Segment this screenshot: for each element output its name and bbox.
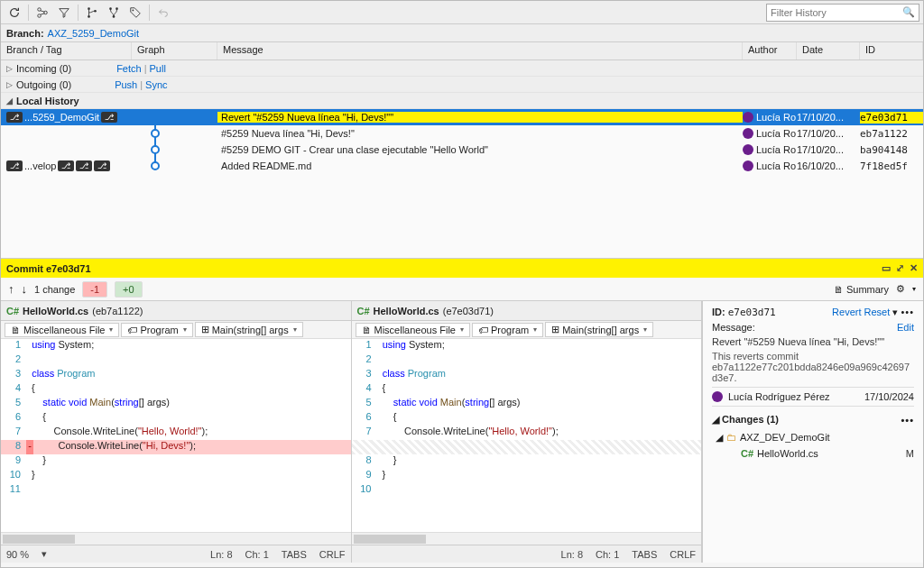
col-author[interactable]: Author (743, 42, 797, 60)
status-right: Ln: 8 Ch: 1 TABS CRLF (352, 545, 702, 563)
svg-point-9 (133, 9, 134, 11)
removed-count: -1 (82, 281, 107, 298)
avatar (712, 391, 723, 402)
push-link[interactable]: Push (115, 79, 137, 90)
detail-message: Revert "#5259 Nueva línea "Hi, Devs!"" (712, 336, 914, 347)
tag-icon[interactable] (125, 3, 145, 23)
expand-icon[interactable]: ▷ (6, 80, 13, 89)
incoming-section[interactable]: ▷ Incoming (0) Fetch | Pull (1, 60, 923, 77)
collapse-icon[interactable]: ◢ (6, 96, 13, 105)
crumb-method[interactable]: ⊞Main(string[] args▾ (545, 322, 653, 337)
message-label: Message: (712, 322, 755, 333)
filter-icon[interactable] (54, 3, 74, 23)
pull-link[interactable]: Pull (150, 63, 166, 74)
crumb-project[interactable]: 🗎Miscellaneous File▾ (356, 323, 470, 337)
col-graph[interactable]: Graph (132, 42, 217, 60)
changes-tree: ◢ 🗀 AXZ_DEV_DemoGit C# HelloWorld.cs M (712, 429, 914, 462)
added-count: +0 (115, 281, 143, 298)
diff-pane-right: C# HelloWorld.cs (e7e03d71) 🗎Miscellaneo… (352, 301, 703, 563)
sync-link[interactable]: Sync (145, 79, 167, 90)
incoming-label: Incoming (0) (16, 63, 71, 74)
changes-label[interactable]: Changes (1) (722, 414, 779, 425)
file-tab-right[interactable]: C# HelloWorld.cs (e7e03d71) (352, 301, 702, 321)
commit-row[interactable]: ⎇...5259_DemoGit⎇ Revert "#5259 Nueva lí… (1, 109, 923, 125)
cs-file-icon: C# (6, 306, 19, 316)
svg-point-0 (38, 7, 42, 11)
col-message[interactable]: Message (217, 42, 743, 60)
commit-row[interactable]: #5259 DEMO GIT - Crear una clase ejecuta… (1, 142, 923, 158)
id-label: ID: (712, 307, 725, 317)
crumb-project[interactable]: 🗎Miscellaneous File▾ (5, 323, 119, 337)
status-badge: M (906, 448, 914, 459)
crumb-method[interactable]: ⊞Main(string[] args▾ (195, 322, 303, 337)
branch-name-link[interactable]: AXZ_5259_DemoGit (48, 28, 140, 39)
commit-list: ⎇...5259_DemoGit⎇ Revert "#5259 Nueva lí… (1, 109, 923, 258)
code-left[interactable]: 1 using System; 2 3 class Program 4 { 5 … (1, 339, 351, 532)
commit-details-panel: ID: e7e03d71 Revert Reset ▾ ••• Message:… (702, 301, 923, 563)
diff-pane-left: C# HelloWorld.cs (eb7a1122) 🗎Miscellaneo… (1, 301, 352, 563)
commit-row[interactable]: #5259 Nueva línea "Hi, Devs!" Lucía Ro 1… (1, 125, 923, 142)
branch-label: Branch: (6, 28, 44, 39)
col-id[interactable]: ID (860, 42, 923, 60)
edit-link[interactable]: Edit (897, 322, 914, 333)
cs-file-icon: C# (741, 448, 753, 459)
refresh-icon[interactable] (5, 3, 24, 23)
revert-link[interactable]: Revert (832, 307, 861, 317)
filter-history-input[interactable]: 🔍 (766, 4, 919, 22)
folder-icon: 🗀 (726, 432, 736, 443)
crumb-class[interactable]: 🏷Program▾ (472, 323, 543, 337)
commit-detail-title: Commit e7e03d71 (6, 263, 91, 274)
prev-change-icon[interactable]: ↑ (8, 282, 14, 296)
search-icon[interactable]: 🔍 (902, 6, 915, 18)
branch-bar: Branch: AXZ_5259_DemoGit (1, 24, 923, 42)
col-branch[interactable]: Branch / Tag (1, 42, 132, 60)
file-tab-left[interactable]: C# HelloWorld.cs (eb7a1122) (1, 301, 351, 321)
history-toolbar: 🔍 (1, 1, 923, 24)
changes-toolbar: ↑ ↓ 1 change -1 +0 🗎 Summary ⚙▾ (1, 278, 923, 301)
filter-history-field[interactable] (771, 7, 902, 18)
local-history-label: Local History (16, 96, 79, 106)
local-history-section[interactable]: ◢ Local History (1, 93, 923, 109)
svg-point-1 (38, 14, 42, 17)
expand-icon[interactable]: ▷ (6, 64, 13, 73)
commit-message: Revert "#5259 Nueva línea "Hi, Devs!"" (217, 112, 743, 123)
h-scrollbar[interactable] (1, 532, 351, 545)
merge-icon[interactable] (104, 3, 124, 23)
status-left: 90 %▾ Ln: 8 Ch: 1 TABS CRLF (1, 545, 351, 563)
change-count: 1 change (34, 284, 75, 295)
commit-id: e7e03d71 (860, 112, 923, 124)
reset-link[interactable]: Reset (864, 307, 891, 317)
breadcrumb-left: 🗎Miscellaneous File▾ 🏷Program▾ ⊞Main(str… (1, 321, 351, 339)
tree-file[interactable]: C# HelloWorld.cs M (716, 445, 914, 462)
undo-icon[interactable] (153, 3, 173, 23)
code-right[interactable]: 1 using System; 2 3 class Program 4 { 5 … (352, 339, 702, 532)
breadcrumb-right: 🗎Miscellaneous File▾ 🏷Program▾ ⊞Main(str… (352, 321, 702, 339)
fetch-link[interactable]: Fetch (116, 63, 142, 74)
outgoing-section[interactable]: ▷ Outgoing (0) Push | Sync (1, 77, 923, 93)
commit-row[interactable]: ⎇...velop⎇⎇⎇ Added README.md Lucía Ro 16… (1, 158, 923, 174)
more-icon[interactable]: ••• (901, 415, 914, 426)
avatar (743, 112, 753, 123)
detail-id: e7e03d71 (728, 307, 776, 318)
outgoing-label: Outgoing (0) (16, 79, 71, 90)
gear-icon[interactable]: ⚙ (896, 283, 905, 295)
maximize-icon[interactable]: ⤢ (896, 262, 904, 274)
col-date[interactable]: Date (797, 42, 860, 60)
crumb-class[interactable]: 🏷Program▾ (121, 323, 192, 337)
close-icon[interactable]: ✕ (910, 262, 918, 274)
cs-file-icon: C# (357, 306, 370, 316)
author-row: Lucía Rodríguez Pérez 17/10/2024 (712, 387, 914, 407)
branch-graph-icon[interactable] (82, 3, 102, 23)
diff-area: C# HelloWorld.cs (eb7a1122) 🗎Miscellaneo… (1, 301, 923, 563)
more-icon[interactable]: ••• (901, 307, 914, 317)
branch-chip: ⎇ (6, 112, 23, 123)
commit-detail-header: Commit e7e03d71 ▭ ⤢ ✕ (1, 258, 923, 278)
next-change-icon[interactable]: ↓ (22, 282, 28, 296)
graph-icon[interactable] (32, 3, 52, 23)
summary-button[interactable]: 🗎 Summary (834, 284, 889, 295)
h-scrollbar[interactable] (352, 532, 702, 545)
history-columns: Branch / Tag Graph Message Author Date I… (1, 42, 923, 60)
tree-folder[interactable]: ◢ 🗀 AXZ_DEV_DemoGit (716, 429, 914, 445)
dock-icon[interactable]: ▭ (882, 262, 891, 274)
